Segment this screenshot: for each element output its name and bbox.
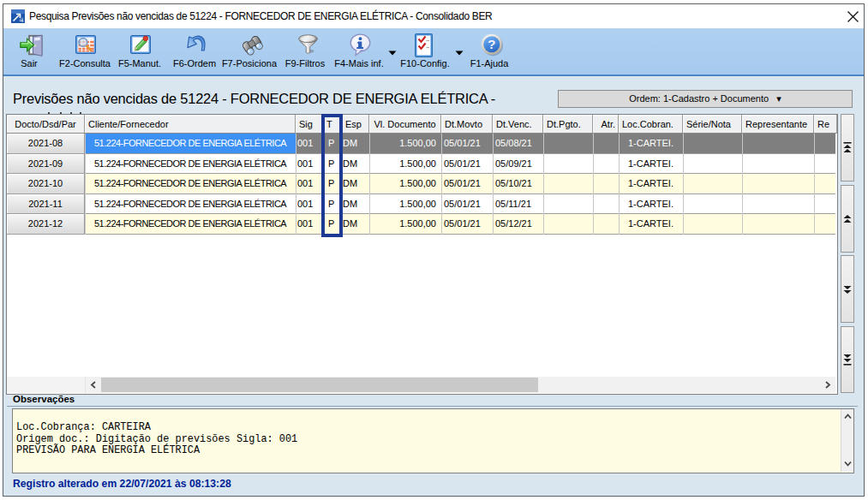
svg-text:?: ? xyxy=(488,37,495,51)
